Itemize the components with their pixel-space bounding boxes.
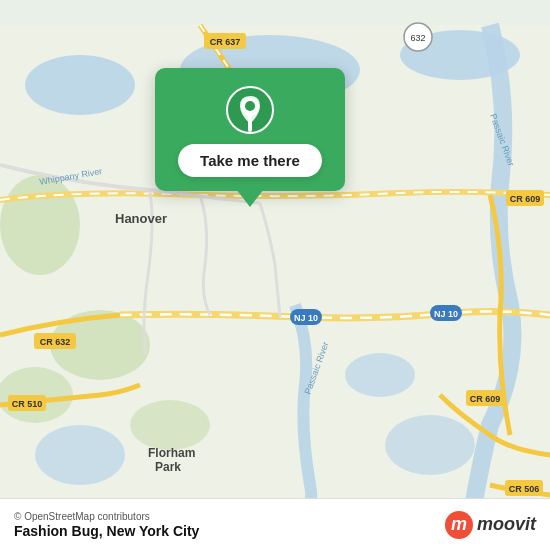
svg-point-1 bbox=[25, 55, 135, 115]
svg-text:Park: Park bbox=[155, 460, 181, 474]
svg-text:CR 510: CR 510 bbox=[12, 399, 43, 409]
bottom-bar: © OpenStreetMap contributors Fashion Bug… bbox=[0, 498, 550, 550]
svg-point-7 bbox=[35, 425, 125, 485]
svg-point-9 bbox=[345, 353, 415, 397]
moovit-wordmark: moovit bbox=[477, 514, 536, 535]
svg-text:NJ 10: NJ 10 bbox=[294, 313, 318, 323]
take-me-there-button[interactable]: Take me there bbox=[178, 144, 322, 177]
moovit-logo[interactable]: m moovit bbox=[445, 511, 536, 539]
place-name: Fashion Bug, New York City bbox=[14, 523, 199, 539]
svg-point-10 bbox=[385, 415, 475, 475]
popup-card: Take me there bbox=[155, 68, 345, 191]
svg-text:NJ 10: NJ 10 bbox=[434, 309, 458, 319]
svg-text:CR 506: CR 506 bbox=[509, 484, 540, 494]
svg-point-37 bbox=[245, 101, 255, 111]
location-pin-icon bbox=[226, 86, 274, 134]
svg-text:CR 632: CR 632 bbox=[40, 337, 71, 347]
svg-point-8 bbox=[130, 400, 210, 450]
osm-credit: © OpenStreetMap contributors bbox=[14, 511, 199, 522]
bottom-left-info: © OpenStreetMap contributors Fashion Bug… bbox=[14, 511, 199, 539]
svg-point-4 bbox=[0, 175, 80, 275]
svg-text:CR 609: CR 609 bbox=[470, 394, 501, 404]
svg-text:CR 609: CR 609 bbox=[510, 194, 541, 204]
moovit-m-icon: m bbox=[445, 511, 473, 539]
svg-text:632: 632 bbox=[410, 33, 425, 43]
svg-text:CR 637: CR 637 bbox=[210, 37, 241, 47]
svg-text:Hanover: Hanover bbox=[115, 211, 167, 226]
svg-text:Florham: Florham bbox=[148, 446, 195, 460]
map-container: CR 637 NJ 10 NJ 10 CR 632 CR 609 CR 609 … bbox=[0, 0, 550, 550]
